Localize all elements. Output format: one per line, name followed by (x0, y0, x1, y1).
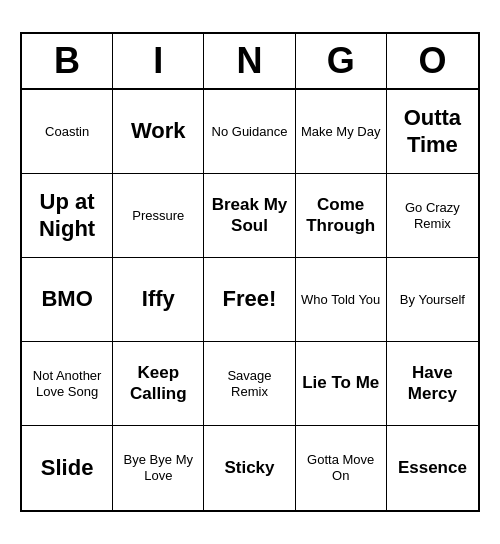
bingo-cell: BMO (22, 258, 113, 342)
bingo-cell: Gotta Move On (296, 426, 387, 510)
bingo-cell: Slide (22, 426, 113, 510)
bingo-header: BINGO (22, 34, 478, 90)
bingo-letter-o: O (387, 34, 478, 88)
bingo-cell: By Yourself (387, 258, 478, 342)
bingo-cell: Outta Time (387, 90, 478, 174)
bingo-cell: Make My Day (296, 90, 387, 174)
bingo-cell: Come Through (296, 174, 387, 258)
bingo-grid: CoastinWorkNo GuidanceMake My DayOutta T… (22, 90, 478, 510)
bingo-letter-i: I (113, 34, 204, 88)
bingo-cell: Coastin (22, 90, 113, 174)
bingo-cell: Not Another Love Song (22, 342, 113, 426)
bingo-cell: Bye Bye My Love (113, 426, 204, 510)
bingo-cell: Iffy (113, 258, 204, 342)
bingo-letter-g: G (296, 34, 387, 88)
bingo-cell: Who Told You (296, 258, 387, 342)
bingo-cell: Lie To Me (296, 342, 387, 426)
bingo-letter-b: B (22, 34, 113, 88)
bingo-cell: Pressure (113, 174, 204, 258)
bingo-cell: Essence (387, 426, 478, 510)
bingo-card: BINGO CoastinWorkNo GuidanceMake My DayO… (20, 32, 480, 512)
bingo-cell: Work (113, 90, 204, 174)
bingo-cell: Sticky (204, 426, 295, 510)
bingo-cell: Go Crazy Remix (387, 174, 478, 258)
bingo-letter-n: N (204, 34, 295, 88)
bingo-cell: Break My Soul (204, 174, 295, 258)
bingo-cell: Savage Remix (204, 342, 295, 426)
bingo-cell: Free! (204, 258, 295, 342)
bingo-cell: No Guidance (204, 90, 295, 174)
bingo-cell: Keep Calling (113, 342, 204, 426)
bingo-cell: Have Mercy (387, 342, 478, 426)
bingo-cell: Up at Night (22, 174, 113, 258)
